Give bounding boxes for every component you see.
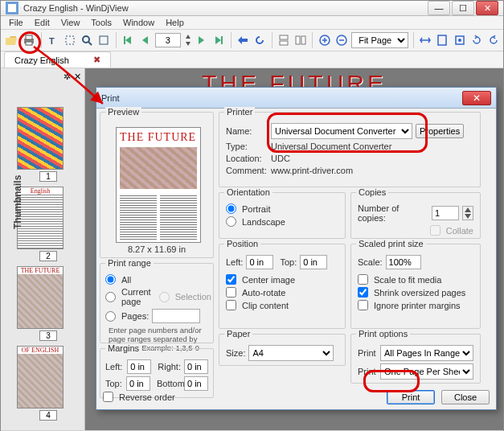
orientation-landscape-radio[interactable] (226, 216, 236, 227)
preview-size: 8.27 x 11.69 in (100, 244, 213, 254)
prev-page-icon[interactable] (138, 31, 152, 49)
margin-bottom-input[interactable] (184, 376, 208, 391)
magnify-icon[interactable] (80, 31, 94, 49)
collate-checkbox (430, 225, 440, 236)
refresh-icon[interactable] (253, 31, 267, 49)
fit-page-icon[interactable] (436, 31, 449, 49)
thumbnails-label: Thumbnails (12, 175, 23, 229)
orientation-group: Orientation Portrait Landscape (219, 192, 346, 239)
window-title: Crazy English - WinDjView (23, 3, 428, 13)
next-page-icon[interactable] (195, 31, 209, 49)
printer-comment-value: www.print-driver.com (271, 166, 353, 175)
range-all-radio[interactable] (105, 274, 116, 285)
svg-rect-13 (280, 41, 288, 45)
first-page-icon[interactable] (121, 31, 135, 49)
print-dialog-title: Print (101, 93, 462, 103)
thumbnail-1[interactable]: 1 (17, 107, 80, 182)
thumbnails-pane: Thumbnails ✲ ✕ 1 English2 THE FUTURE3 OF… (1, 68, 85, 430)
reverse-order-checkbox[interactable] (103, 392, 113, 402)
printer-legend: Printer (224, 107, 255, 117)
document-tab[interactable]: Crazy English ✖ (4, 51, 111, 68)
paper-size-select[interactable]: A4 (248, 345, 334, 361)
close-button[interactable]: ✕ (476, 1, 498, 15)
orientation-portrait-radio[interactable] (226, 203, 236, 214)
copies-group: Copies Number of copies: Collate (350, 192, 481, 239)
print-button[interactable]: Print (387, 390, 435, 404)
page-spinner[interactable] (184, 31, 192, 49)
range-pages-input[interactable] (152, 309, 200, 323)
paper-group: Paper Size:A4 (219, 334, 346, 366)
svg-rect-15 (301, 36, 305, 44)
close-button[interactable]: Close (441, 390, 490, 404)
menu-edit[interactable]: Edit (30, 16, 55, 29)
actual-size-icon[interactable] (453, 31, 466, 49)
print-option-2-select[interactable]: One Page Per Sheet (380, 363, 473, 380)
thumbnail-4[interactable]: OF ENGLISH4 (17, 346, 80, 421)
printer-type-value: Universal Document Converter (271, 142, 391, 151)
position-left-input[interactable] (246, 255, 273, 269)
auto-rotate-checkbox[interactable] (226, 287, 236, 298)
center-image-checkbox[interactable] (226, 274, 236, 285)
margins-group: Margins Left: Right: Top: Bottom: (100, 348, 214, 398)
printer-location-label: Location: (226, 154, 268, 163)
layout-facing-icon[interactable] (293, 31, 307, 49)
back-icon[interactable] (236, 31, 250, 49)
margin-left-input[interactable] (127, 359, 151, 374)
thumbnail-2[interactable]: English2 (17, 187, 80, 261)
rotate-left-icon[interactable] (469, 31, 483, 49)
tab-label: Crazy English (14, 55, 69, 65)
printer-name-select[interactable]: Universal Document Converter (271, 123, 412, 139)
gear-icon[interactable]: ✲ (64, 72, 71, 82)
zoom-select[interactable]: Fit Page (351, 32, 408, 48)
tab-close-icon[interactable]: ✖ (93, 55, 100, 65)
fit-width-icon[interactable] (419, 31, 432, 49)
print-icon[interactable] (22, 31, 36, 49)
print-range-group: Print range All Current page Selection P… (100, 263, 214, 343)
copies-input[interactable] (432, 206, 459, 220)
print-options-group: Print options PrintAll Pages In Range Pr… (350, 334, 481, 384)
range-pages-radio[interactable] (105, 311, 116, 322)
margin-right-input[interactable] (184, 359, 208, 374)
pane-close-icon[interactable]: ✕ (74, 72, 81, 82)
menu-window[interactable]: Window (118, 16, 159, 29)
print-dialog-titlebar: Print ✕ (96, 88, 496, 109)
menu-view[interactable]: View (56, 16, 85, 29)
clip-content-checkbox[interactable] (226, 300, 236, 310)
page-field[interactable] (155, 33, 181, 47)
svg-rect-1 (8, 4, 16, 12)
text-icon[interactable]: T (47, 31, 60, 49)
scale-input[interactable] (386, 255, 421, 269)
menu-file[interactable]: File (4, 16, 28, 29)
range-current-radio[interactable] (105, 292, 116, 302)
printer-type-label: Type: (226, 142, 268, 151)
menu-tools[interactable]: Tools (86, 16, 117, 29)
layout-continuous-icon[interactable] (277, 31, 290, 49)
fit-media-checkbox[interactable] (358, 274, 368, 285)
copies-spinner[interactable] (462, 206, 473, 220)
svg-rect-12 (280, 35, 288, 39)
last-page-icon[interactable] (212, 31, 226, 49)
zoom-in-icon[interactable] (318, 31, 331, 49)
margin-top-input[interactable] (126, 376, 150, 391)
svg-rect-3 (26, 35, 32, 39)
printer-properties-button[interactable]: Properties (416, 124, 464, 138)
printer-comment-label: Comment: (226, 166, 268, 175)
position-top-input[interactable] (300, 255, 327, 269)
dialog-close-icon[interactable]: ✕ (462, 91, 491, 105)
rotate-right-icon[interactable] (486, 31, 500, 49)
minimize-button[interactable]: — (428, 1, 450, 15)
print-option-1-select[interactable]: All Pages In Range (380, 345, 473, 361)
printer-name-label: Name: (226, 126, 268, 136)
zoom-out-icon[interactable] (334, 31, 348, 49)
maximize-button[interactable]: ☐ (452, 1, 474, 15)
open-icon[interactable] (4, 31, 18, 49)
shrink-checkbox[interactable] (358, 287, 368, 298)
svg-point-7 (83, 36, 89, 43)
menu-help[interactable]: Help (161, 16, 189, 29)
select-icon[interactable] (64, 31, 77, 49)
ignore-margins-checkbox[interactable] (358, 300, 368, 310)
marquee-icon[interactable] (97, 31, 111, 49)
printer-group: Printer Name: Universal Document Convert… (219, 112, 481, 187)
thumbnail-3[interactable]: THE FUTURE3 (17, 266, 80, 341)
printer-location-value: UDC (271, 154, 290, 163)
